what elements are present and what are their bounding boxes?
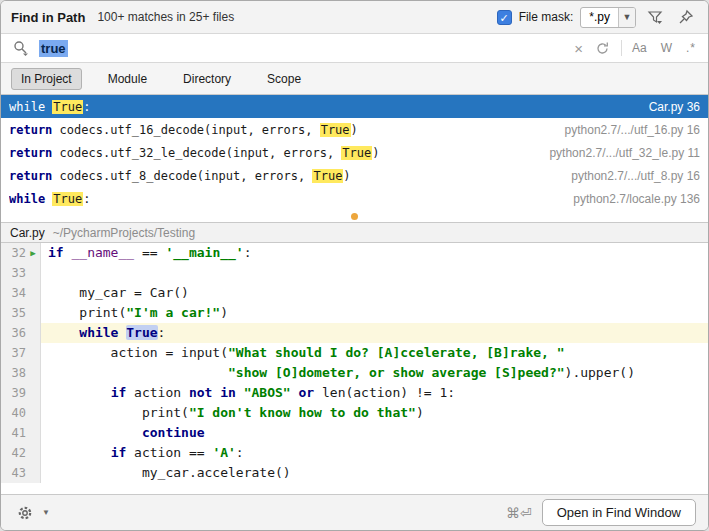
dialog-title: Find in Path	[11, 10, 85, 25]
regex-toggle[interactable]: .*	[682, 39, 700, 57]
result-location: python2.7/.../utf_32_le.py 11	[549, 146, 700, 160]
scope-tab-in-project[interactable]: In Project	[11, 68, 82, 90]
line-number: 42	[12, 443, 26, 463]
header: Find in Path 100+ matches in 25+ files ✓…	[1, 1, 708, 33]
line-number: 32	[12, 243, 26, 263]
result-location: python2.7/.../utf_8.py 16	[571, 169, 700, 183]
code-text: if action == 'A':	[41, 443, 708, 463]
scope-tab-directory[interactable]: Directory	[173, 68, 241, 90]
more-results-indicator	[351, 213, 358, 220]
preview-file-name[interactable]: Car.py	[10, 226, 45, 240]
code-line: 32▶if __name__ == '__main__':	[1, 243, 708, 263]
line-number: 36	[12, 323, 26, 343]
code-text: print("I'm a car!")	[41, 303, 708, 323]
gutter: 36	[1, 323, 41, 343]
code-line: 40 print("I don't know how to do that")	[1, 403, 708, 423]
gutter: 33	[1, 263, 41, 283]
code-text: while True:	[41, 323, 708, 343]
line-number: 43	[12, 463, 26, 483]
code-line: 33	[1, 263, 708, 283]
code-text: if action not in "ABOS" or len(action) !…	[41, 383, 708, 403]
scope-tab-module[interactable]: Module	[98, 68, 157, 90]
code-text: if __name__ == '__main__':	[41, 243, 708, 263]
clear-search-icon[interactable]: ×	[572, 40, 585, 57]
code-line: 41 continue	[1, 423, 708, 443]
code-line: 38 "show [O]dometer, or show average [S]…	[1, 363, 708, 383]
result-row[interactable]: return codecs.utf_32_le_decode(input, er…	[1, 141, 708, 164]
find-in-path-dialog: Find in Path 100+ matches in 25+ files ✓…	[0, 0, 709, 531]
code-text: my_car.accelerate()	[41, 463, 708, 483]
match-case-toggle[interactable]: Aa	[628, 39, 651, 57]
code-line: 36 while True:	[1, 323, 708, 343]
code-line: 37 action = input("What should I do? [A]…	[1, 343, 708, 363]
search-history-icon[interactable]	[591, 37, 615, 59]
line-number: 39	[12, 383, 26, 403]
search-bar: true × Aa W .*	[1, 33, 708, 63]
match-count: 100+ matches in 25+ files	[97, 10, 234, 24]
code-line: 34 my_car = Car()	[1, 283, 708, 303]
divider	[621, 40, 622, 56]
result-code: return codecs.utf_16_decode(input, error…	[9, 123, 553, 137]
result-row[interactable]: return codecs.utf_8_decode(input, errors…	[1, 164, 708, 187]
result-location: Car.py 36	[649, 100, 700, 114]
line-number: 33	[12, 263, 26, 283]
scope-tab-scope[interactable]: Scope	[257, 68, 311, 90]
search-input[interactable]: true	[39, 41, 566, 56]
gutter: 43	[1, 463, 41, 483]
file-mask-combo[interactable]: *.py ▼	[580, 7, 636, 28]
result-location: python2.7/locale.py 136	[573, 192, 700, 206]
code-text	[41, 263, 708, 283]
footer: ▼ ⌘⏎ Open in Find Window	[1, 494, 708, 530]
code-text: action = input("What should I do? [A]cce…	[41, 343, 708, 363]
result-row[interactable]: return codecs.utf_16_decode(input, error…	[1, 118, 708, 141]
code-preview[interactable]: 32▶if __name__ == '__main__':3334 my_car…	[1, 243, 708, 494]
result-code: return codecs.utf_8_decode(input, errors…	[9, 169, 559, 183]
code-line: 35 print("I'm a car!")	[1, 303, 708, 323]
scope-tabs: In ProjectModuleDirectoryScope	[1, 63, 708, 95]
gutter: 41	[1, 423, 41, 443]
result-code: return codecs.utf_32_le_decode(input, er…	[9, 146, 537, 160]
whole-words-toggle[interactable]: W	[657, 39, 676, 57]
chevron-down-icon[interactable]: ▼	[618, 8, 635, 27]
code-line: 43 my_car.accelerate()	[1, 463, 708, 483]
results-list: while True:Car.py 36return codecs.utf_16…	[1, 95, 708, 210]
code-line: 39 if action not in "ABOS" or len(action…	[1, 383, 708, 403]
gutter: 34	[1, 283, 41, 303]
gutter: 32▶	[1, 243, 41, 263]
code-text: my_car = Car()	[41, 283, 708, 303]
file-mask-label: File mask:	[519, 10, 574, 24]
filter-icon[interactable]	[643, 6, 667, 28]
gutter: 39	[1, 383, 41, 403]
gutter: 38	[1, 363, 41, 383]
line-number: 35	[12, 303, 26, 323]
shortcut-hint: ⌘⏎	[506, 505, 532, 521]
pin-icon[interactable]	[674, 6, 698, 28]
file-mask-value: *.py	[581, 8, 618, 27]
result-code: while True:	[9, 192, 561, 206]
line-number: 40	[12, 403, 26, 423]
line-number: 41	[12, 423, 26, 443]
result-row[interactable]: while True:python2.7/locale.py 136	[1, 187, 708, 210]
line-number: 37	[12, 343, 26, 363]
code-line: 42 if action == 'A':	[1, 443, 708, 463]
preview-file-path: ~/PycharmProjects/Testing	[53, 226, 195, 240]
result-row[interactable]: while True:Car.py 36	[1, 95, 708, 118]
gutter: 40	[1, 403, 41, 423]
chevron-down-icon[interactable]: ▼	[42, 508, 50, 517]
code-text: print("I don't know how to do that")	[41, 403, 708, 423]
search-icon[interactable]	[9, 37, 33, 59]
open-in-find-window-button[interactable]: Open in Find Window	[542, 499, 696, 526]
code-text: continue	[41, 423, 708, 443]
run-icon[interactable]: ▶	[26, 243, 40, 263]
gutter: 37	[1, 343, 41, 363]
result-code: while True:	[9, 100, 637, 114]
more-results-strip	[1, 210, 708, 222]
result-location: python2.7/.../utf_16.py 16	[565, 123, 700, 137]
line-number: 34	[12, 283, 26, 303]
preview-header: Car.py ~/PycharmProjects/Testing	[1, 222, 708, 243]
line-number: 38	[12, 363, 26, 383]
gear-icon[interactable]	[13, 502, 37, 524]
file-mask-checkbox[interactable]: ✓	[497, 10, 512, 25]
gutter: 42	[1, 443, 41, 463]
search-query-text: true	[39, 40, 68, 57]
